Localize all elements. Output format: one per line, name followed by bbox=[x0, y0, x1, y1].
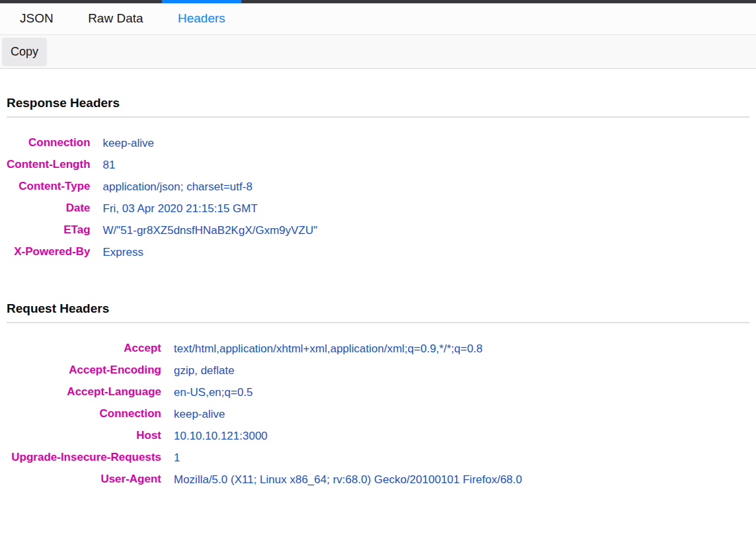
header-value: en-US,en;q=0.5 bbox=[173, 381, 523, 403]
header-value: gzip, deflate bbox=[173, 360, 523, 381]
table-row: Accept text/html,application/xhtml+xml,a… bbox=[0, 338, 523, 360]
table-row: Connection keep-alive bbox=[0, 132, 318, 154]
header-name: Date bbox=[0, 198, 102, 219]
request-headers-divider bbox=[7, 322, 749, 323]
header-value: Fri, 03 Apr 2020 21:15:15 GMT bbox=[102, 198, 319, 219]
header-name: User-Agent bbox=[0, 469, 173, 490]
table-row: ETag W/"51-gr8XZ5dnsfHNaB2KgX/Gxm9yVZU" bbox=[0, 219, 318, 241]
header-name: Content-Length bbox=[0, 154, 102, 176]
header-value: Express bbox=[102, 241, 319, 263]
header-name: Upgrade-Insecure-Requests bbox=[0, 447, 173, 469]
header-value: application/json; charset=utf-8 bbox=[102, 176, 319, 198]
request-headers-title: Request Headers bbox=[7, 301, 749, 316]
header-name: Host bbox=[0, 425, 173, 447]
header-value: keep-alive bbox=[173, 403, 523, 425]
header-value: keep-alive bbox=[102, 132, 319, 154]
headers-toolbar: Copy bbox=[0, 34, 756, 69]
header-value: 1 bbox=[173, 447, 523, 469]
header-value: text/html,application/xhtml+xml,applicat… bbox=[173, 338, 523, 360]
table-row: X-Powered-By Express bbox=[0, 241, 318, 263]
tab-json[interactable]: JSON bbox=[4, 3, 69, 34]
request-headers-table: Accept text/html,application/xhtml+xml,a… bbox=[0, 338, 523, 490]
response-headers-table: Connection keep-alive Content-Length 81 … bbox=[0, 132, 318, 263]
table-row: Upgrade-Insecure-Requests 1 bbox=[0, 447, 523, 469]
header-value: W/"51-gr8XZ5dnsfHNaB2KgX/Gxm9yVZU" bbox=[102, 219, 319, 241]
header-name: Content-Type bbox=[0, 176, 102, 198]
headers-panel: Response Headers Connection keep-alive C… bbox=[0, 96, 756, 490]
response-headers-title: Response Headers bbox=[7, 96, 749, 110]
header-name: Connection bbox=[0, 403, 173, 425]
header-name: X-Powered-By bbox=[0, 241, 102, 263]
table-row: Host 10.10.10.121:3000 bbox=[0, 425, 523, 447]
response-headers-divider bbox=[7, 116, 749, 118]
header-name: Accept bbox=[0, 338, 173, 360]
header-name: Accept-Encoding bbox=[0, 360, 173, 381]
header-value: 81 bbox=[102, 154, 319, 176]
table-row: User-Agent Mozilla/5.0 (X11; Linux x86_6… bbox=[0, 469, 523, 490]
table-row: Content-Length 81 bbox=[0, 154, 318, 176]
header-name: ETag bbox=[0, 219, 102, 241]
header-value: 10.10.10.121:3000 bbox=[173, 425, 523, 447]
table-row: Connection keep-alive bbox=[0, 403, 523, 425]
header-value: Mozilla/5.0 (X11; Linux x86_64; rv:68.0)… bbox=[173, 469, 523, 490]
table-row: Content-Type application/json; charset=u… bbox=[0, 176, 318, 198]
header-name: Accept-Language bbox=[0, 381, 173, 403]
tab-raw-data[interactable]: Raw Data bbox=[72, 3, 159, 34]
json-viewer-tabbar: JSON Raw Data Headers bbox=[0, 0, 756, 34]
copy-button[interactable]: Copy bbox=[2, 38, 47, 66]
tab-headers[interactable]: Headers bbox=[162, 3, 241, 34]
table-row: Accept-Encoding gzip, deflate bbox=[0, 360, 523, 381]
table-row: Accept-Language en-US,en;q=0.5 bbox=[0, 381, 523, 403]
header-name: Connection bbox=[0, 132, 102, 154]
table-row: Date Fri, 03 Apr 2020 21:15:15 GMT bbox=[0, 198, 318, 219]
